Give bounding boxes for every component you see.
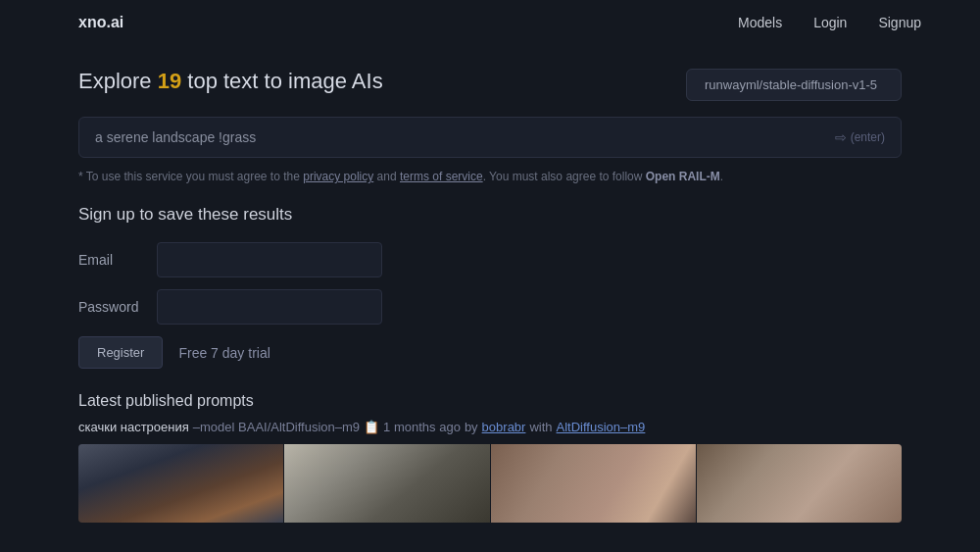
main-content: Explore 19 top text to image AIs runwaym… <box>0 45 980 523</box>
privacy-policy-link[interactable]: privacy policy <box>303 170 373 183</box>
image-horse[interactable] <box>78 444 283 523</box>
nav-links: Models Login Signup <box>738 15 921 30</box>
page-title: Explore 19 top text to image AIs <box>78 69 383 94</box>
author-link[interactable]: bobrabr <box>482 420 526 434</box>
register-button[interactable]: Register <box>78 336 163 369</box>
notebook-icon: 📋 <box>364 420 379 434</box>
nav-signup[interactable]: Signup <box>878 15 921 30</box>
prompt-input-display[interactable]: a serene landscape !grass <box>95 129 835 145</box>
latest-title: Latest published prompts <box>78 392 902 410</box>
register-row: Register Free 7 day trial <box>78 336 902 369</box>
with-text: with <box>529 420 552 434</box>
model-link[interactable]: AltDiffusion–m9 <box>557 420 646 434</box>
by-text: by <box>465 420 478 434</box>
signup-title: Sign up to save these results <box>78 205 902 225</box>
prompt-container[interactable]: a serene landscape !grass ⇨ (enter) <box>78 117 902 158</box>
site-logo[interactable]: xno.ai <box>78 14 123 31</box>
title-count: 19 <box>158 69 181 93</box>
disclaimer-period: . <box>720 170 723 183</box>
image-portrait[interactable] <box>697 444 902 523</box>
disclaimer-prefix: * To use this service you must agree to … <box>78 170 303 183</box>
nav-models[interactable]: Models <box>738 15 782 30</box>
password-label: Password <box>78 299 157 315</box>
open-rail-link[interactable]: Open RAIL-M <box>646 170 720 183</box>
image-woman[interactable] <box>491 444 696 523</box>
password-input[interactable] <box>157 289 382 325</box>
navbar: xno.ai Models Login Signup <box>0 0 980 45</box>
image-grid <box>78 444 902 523</box>
terms-link[interactable]: terms of service <box>400 170 483 183</box>
heading-row: Explore 19 top text to image AIs runwaym… <box>78 69 902 101</box>
free-trial-text: Free 7 day trial <box>178 345 270 361</box>
prompt-meta: скачки настроения –model BAAI/AltDiffusi… <box>78 420 902 434</box>
time-ago: 1 months ago <box>383 420 461 434</box>
prompt-name: скачки настроения <box>78 420 189 434</box>
email-input[interactable] <box>157 242 382 277</box>
model-badge[interactable]: runwayml/stable-diffusion-v1-5 <box>686 69 902 101</box>
enter-arrow-icon: ⇨ <box>835 129 847 145</box>
disclaimer-middle: and <box>373 170 400 183</box>
enter-hint-text: (enter) <box>851 130 885 144</box>
image-wolf[interactable] <box>284 444 489 523</box>
nav-login[interactable]: Login <box>813 15 847 30</box>
title-suffix: top text to image AIs <box>181 69 382 93</box>
disclaimer-after: . You must also agree to follow <box>483 170 646 183</box>
email-row: Email <box>78 242 902 277</box>
model-tag: –model BAAI/AltDiffusion–m9 <box>193 420 360 434</box>
enter-hint: ⇨ (enter) <box>835 129 885 145</box>
email-label: Email <box>78 252 157 268</box>
title-prefix: Explore <box>78 69 158 93</box>
password-row: Password <box>78 289 902 325</box>
disclaimer: * To use this service you must agree to … <box>78 168 902 185</box>
